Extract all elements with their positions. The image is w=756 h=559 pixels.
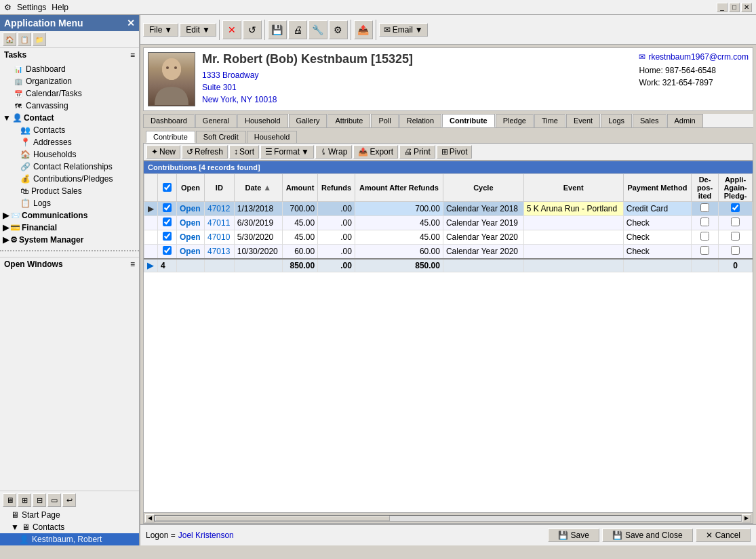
- col-id[interactable]: ID: [204, 174, 234, 202]
- refresh-button[interactable]: ↺ Refresh: [182, 145, 228, 159]
- ow-btn-4[interactable]: ▭: [47, 493, 61, 507]
- contact-section-header[interactable]: ▼ 👤 Contact: [0, 112, 139, 124]
- table-row[interactable]: ▶ Open 47012 1/13/2018 700.00 .00 700.00…: [144, 202, 753, 216]
- row-checkbox[interactable]: [163, 232, 172, 241]
- format-button[interactable]: ☰ Format ▼: [260, 145, 314, 159]
- toolbar-icon-1[interactable]: 🏠: [3, 33, 16, 46]
- refresh-icon-btn[interactable]: ↺: [243, 20, 262, 39]
- system-manager-section[interactable]: ▶ ⚙ System Manager: [0, 234, 139, 246]
- scroll-thumb[interactable]: [155, 516, 390, 521]
- row-expand[interactable]: [144, 230, 158, 245]
- tools-icon-btn[interactable]: 🔧: [309, 20, 327, 39]
- sidebar-item-contributions[interactable]: 💰 Contributions/Pledges: [0, 173, 139, 185]
- col-amount[interactable]: Amount: [283, 174, 318, 202]
- row-applied-checkbox[interactable]: [731, 203, 740, 212]
- horizontal-scrollbar[interactable]: ◀ ▶: [144, 512, 753, 523]
- row-id[interactable]: 47010: [204, 230, 234, 245]
- scroll-left-btn[interactable]: ◀: [145, 514, 155, 522]
- contact-email[interactable]: ✉ rkestnbaum1967@crm.com: [639, 52, 749, 62]
- ow-btn-5[interactable]: ↩: [62, 493, 76, 507]
- open-win-start-page[interactable]: 🖥 Start Page: [0, 509, 139, 521]
- tab-event[interactable]: Event: [566, 114, 600, 127]
- close-menu-icon[interactable]: ✕: [127, 18, 135, 28]
- sub-tab-contribute[interactable]: Contribute: [146, 131, 195, 143]
- save-button[interactable]: 💾 Save: [548, 529, 599, 542]
- row-id[interactable]: 47012: [204, 202, 234, 216]
- export-icon-btn[interactable]: 📤: [354, 20, 373, 39]
- col-amount-after[interactable]: Amount After Refunds: [355, 174, 443, 202]
- edit-menu[interactable]: Edit ▼: [180, 23, 216, 37]
- export-button[interactable]: 📤 Export: [353, 145, 398, 159]
- row-expand[interactable]: ▶: [144, 202, 158, 216]
- col-event[interactable]: Event: [523, 174, 623, 202]
- tasks-menu-icon[interactable]: ≡: [130, 50, 135, 60]
- select-all-checkbox[interactable]: [163, 183, 172, 192]
- tab-time[interactable]: Time: [534, 114, 565, 127]
- tab-poll[interactable]: Poll: [371, 114, 398, 127]
- scroll-track[interactable]: [155, 515, 742, 522]
- table-row[interactable]: Open 47013 10/30/2020 60.00 .00 60.00 Ca…: [144, 245, 753, 260]
- config-icon-btn[interactable]: ⚙: [329, 20, 348, 39]
- sort-button[interactable]: ↕ Sort: [229, 145, 259, 159]
- sidebar-item-addresses[interactable]: 📍 Addresses: [0, 136, 139, 148]
- col-deposited[interactable]: De- pos- ited: [692, 174, 719, 202]
- cancel-button[interactable]: ✕ Cancel: [696, 529, 751, 542]
- pivot-button[interactable]: ⊞ Pivot: [437, 145, 473, 159]
- ow-btn-3[interactable]: ⊟: [33, 493, 46, 507]
- col-payment-method[interactable]: Payment Method: [623, 174, 691, 202]
- table-row[interactable]: Open 47010 5/30/2020 45.00 .00 45.00 Cal…: [144, 230, 753, 245]
- open-win-contacts[interactable]: ▼ 🖥 Contacts: [0, 521, 139, 533]
- tab-attribute[interactable]: Attribute: [327, 114, 370, 127]
- new-button[interactable]: ✦ New: [146, 145, 180, 159]
- sidebar-item-organization[interactable]: 🏢 Organization: [0, 75, 139, 87]
- minimize-button[interactable]: _: [717, 3, 728, 12]
- row-expand[interactable]: [144, 245, 158, 260]
- col-refunds[interactable]: Refunds: [318, 174, 355, 202]
- financial-section[interactable]: ▶ 💳 Financial: [0, 222, 139, 234]
- row-applied-checkbox[interactable]: [731, 218, 740, 226]
- print-icon-btn[interactable]: 🖨: [288, 20, 307, 39]
- open-windows-menu-icon[interactable]: ≡: [130, 260, 135, 269]
- sidebar-item-contact-relationships[interactable]: 🔗 Contact Relationships: [0, 161, 139, 173]
- tab-relation[interactable]: Relation: [399, 114, 441, 127]
- tab-household[interactable]: Household: [237, 114, 288, 127]
- row-deposited-checkbox[interactable]: [700, 246, 709, 255]
- toolbar-icon-3[interactable]: 📁: [33, 33, 46, 46]
- open-win-kestnbaum[interactable]: 👤 Kestnbaum, Robert: [0, 533, 139, 545]
- tab-contribute[interactable]: Contribute: [442, 114, 495, 127]
- col-cycle[interactable]: Cycle: [443, 174, 523, 202]
- sidebar-item-dashboard[interactable]: 📊 Dashboard: [0, 63, 139, 75]
- sidebar-item-canvassing[interactable]: 🗺 Canvassing: [0, 100, 139, 112]
- row-id[interactable]: 47011: [204, 216, 234, 230]
- help-menu[interactable]: Help: [52, 3, 68, 12]
- tab-logs[interactable]: Logs: [601, 114, 632, 127]
- row-checkbox[interactable]: [163, 203, 172, 212]
- row-applied-checkbox[interactable]: [731, 232, 740, 241]
- row-checkbox[interactable]: [163, 246, 172, 255]
- col-open[interactable]: Open: [177, 174, 205, 202]
- sidebar-item-logs[interactable]: 📋 Logs: [0, 197, 139, 209]
- sidebar-item-contacts[interactable]: 👥 Contacts: [0, 124, 139, 136]
- row-deposited-checkbox[interactable]: [700, 218, 709, 226]
- row-id[interactable]: 47013: [204, 245, 234, 260]
- sidebar-item-product-sales[interactable]: 🛍 Product Sales: [0, 185, 139, 197]
- tab-admin[interactable]: Admin: [667, 114, 703, 127]
- cancel-icon-btn[interactable]: ✕: [222, 20, 241, 39]
- grid-scroll-area[interactable]: Open ID Date ▲ Amount Refunds Amount Aft…: [144, 173, 753, 512]
- row-checkbox[interactable]: [163, 218, 172, 226]
- save-close-button[interactable]: 💾 Save and Close: [602, 529, 693, 542]
- tab-sales[interactable]: Sales: [633, 114, 667, 127]
- sub-tab-soft-credit[interactable]: Soft Credit: [196, 131, 246, 143]
- sidebar-item-households[interactable]: 🏠 Households: [0, 148, 139, 161]
- file-menu[interactable]: File ▼: [143, 23, 178, 37]
- wrap-button[interactable]: ⤹ Wrap: [315, 145, 352, 159]
- col-applied[interactable]: Appli- Again- Pledg-: [719, 174, 753, 202]
- row-deposited-checkbox[interactable]: [700, 232, 709, 241]
- ow-btn-1[interactable]: 🖥: [3, 493, 16, 507]
- tab-dashboard[interactable]: Dashboard: [143, 114, 195, 127]
- tab-gallery[interactable]: Gallery: [289, 114, 327, 127]
- sidebar-item-calendar[interactable]: 📅 Calendar/Tasks: [0, 87, 139, 100]
- email-button[interactable]: ✉ Email ▼: [379, 23, 428, 37]
- table-row[interactable]: Open 47011 6/30/2019 45.00 .00 45.00 Cal…: [144, 216, 753, 230]
- save-icon-btn[interactable]: 💾: [268, 20, 287, 39]
